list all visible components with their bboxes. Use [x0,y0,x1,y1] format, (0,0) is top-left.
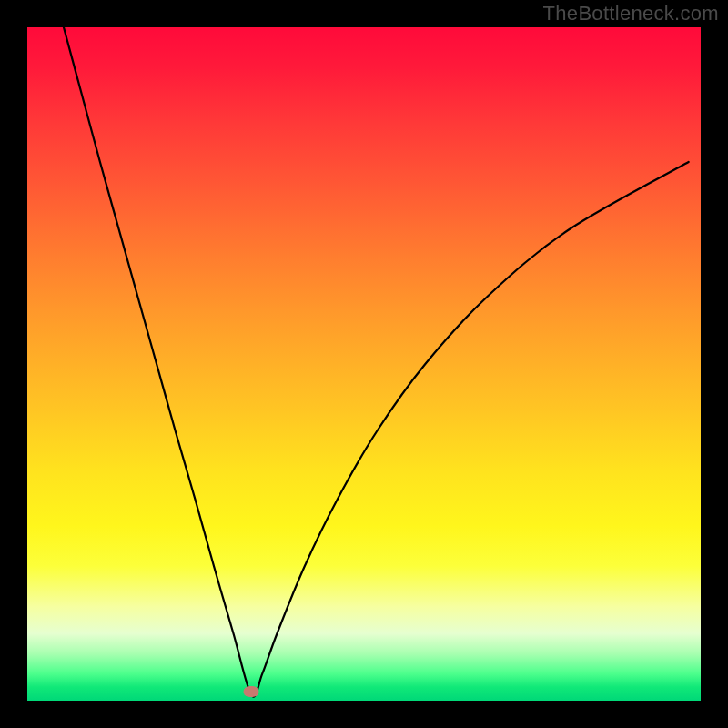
plot-area [27,27,701,701]
optimum-marker [244,686,259,697]
bottleneck-curve-svg [27,27,701,701]
bottleneck-curve-path [64,27,689,697]
watermark-text: TheBottleneck.com [543,2,719,25]
chart-frame: TheBottleneck.com [0,0,728,728]
